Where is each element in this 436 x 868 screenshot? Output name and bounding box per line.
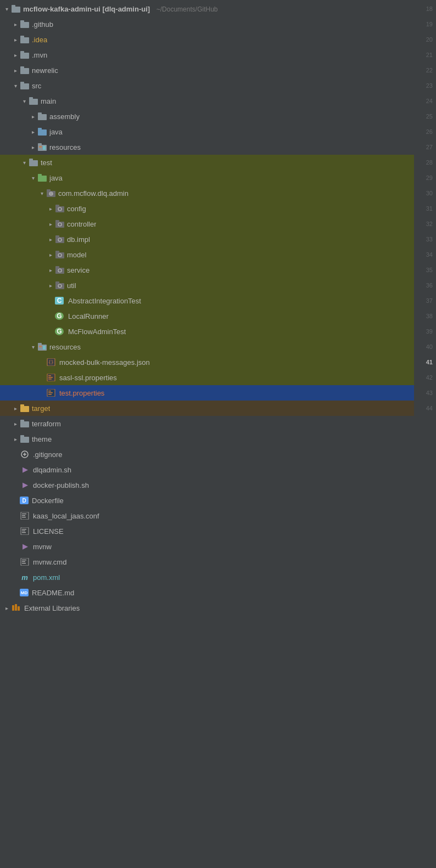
util-folder-icon: [55, 281, 65, 290]
test-arrow[interactable]: [20, 158, 29, 167]
java-main-arrow[interactable]: [29, 127, 37, 136]
line-blank9: [414, 539, 433, 554]
com-mcflow-item[interactable]: com.mcflow.dlq.admin: [0, 185, 414, 201]
service-arrow[interactable]: [46, 266, 55, 274]
dbimpl-arrow[interactable]: [46, 235, 55, 244]
test-item[interactable]: test: [0, 155, 414, 170]
controller-item[interactable]: controller: [0, 216, 414, 232]
target-item[interactable]: target: [0, 401, 414, 416]
svg-rect-50: [38, 343, 42, 345]
svg-rect-16: [38, 129, 47, 136]
line-36: 36: [414, 278, 433, 293]
gitignore-label: .gitignore: [33, 450, 62, 459]
newrelic-arrow[interactable]: [11, 66, 20, 75]
src-arrow[interactable]: [11, 81, 20, 90]
mcflow-admin-test-item[interactable]: G McFlowAdminTest: [0, 324, 414, 339]
gitignore-item[interactable]: .gitignore: [0, 447, 414, 462]
util-item[interactable]: util: [0, 278, 414, 293]
idea-item[interactable]: .idea: [0, 32, 414, 47]
model-item[interactable]: model: [0, 247, 414, 262]
local-runner-item[interactable]: G LocalRunner: [0, 308, 414, 324]
theme-item[interactable]: theme: [0, 431, 414, 447]
mcflow-admin-test-spacer: [46, 327, 55, 336]
mocked-bulk-item[interactable]: {} mocked-bulk-messages.json: [0, 354, 414, 370]
terraform-arrow[interactable]: [11, 419, 20, 428]
test-properties-label: test.properties: [59, 389, 104, 397]
external-libraries-arrow[interactable]: [2, 604, 11, 612]
line-25: 25: [414, 109, 433, 124]
config-arrow[interactable]: [46, 204, 55, 213]
dlqadmin-sh-spacer: [11, 465, 20, 474]
svg-rect-68: [20, 421, 29, 427]
util-arrow[interactable]: [46, 281, 55, 290]
com-mcflow-arrow[interactable]: [37, 189, 46, 198]
root-arrow[interactable]: [2, 4, 11, 13]
svg-rect-65: [48, 394, 52, 395]
license-item[interactable]: LICENSE: [0, 523, 414, 539]
github-arrow[interactable]: [11, 20, 20, 29]
svg-rect-76: [22, 514, 26, 514]
mvnw-cmd-item[interactable]: mvnw.cmd: [0, 554, 414, 570]
line-40: 40: [414, 339, 433, 354]
terraform-item[interactable]: terraform: [0, 416, 414, 431]
dbimpl-item[interactable]: db.impl: [0, 232, 414, 247]
config-item[interactable]: config: [0, 201, 414, 216]
dockerfile-item[interactable]: D Dockerfile: [0, 493, 414, 508]
controller-arrow[interactable]: [46, 219, 55, 228]
dlqadmin-sh-item[interactable]: ▶ dlqadmin.sh: [0, 462, 414, 477]
resources-test-item[interactable]: resources: [0, 339, 414, 354]
theme-arrow[interactable]: [11, 435, 20, 443]
java-test-item[interactable]: java: [0, 170, 414, 185]
svg-rect-84: [22, 560, 26, 560]
mvnw-label: mvnw: [33, 543, 52, 551]
java-main-label: java: [49, 128, 63, 136]
main-arrow[interactable]: [20, 97, 29, 105]
svg-rect-2: [20, 22, 29, 28]
pom-xml-item[interactable]: m pom.xml: [0, 570, 414, 585]
external-libraries-item[interactable]: External Libraries: [0, 600, 414, 616]
config-label: config: [67, 205, 86, 213]
test-properties-item[interactable]: test.properties: [0, 385, 414, 401]
svg-rect-15: [38, 112, 42, 115]
line-18: 18: [414, 1, 433, 16]
external-libraries-icon: [11, 604, 21, 612]
line-35: 35: [414, 262, 433, 278]
dlqadmin-sh-label: dlqadmin.sh: [33, 466, 71, 474]
newrelic-item[interactable]: newrelic: [0, 63, 414, 78]
mvn-arrow[interactable]: [11, 50, 20, 59]
github-folder-icon: [20, 20, 30, 29]
assembly-item[interactable]: assembly: [0, 109, 414, 124]
docker-publish-sh-icon: ▶: [20, 481, 30, 489]
service-item[interactable]: service: [0, 262, 414, 278]
mvnw-item[interactable]: ▶ mvnw: [0, 539, 414, 554]
idea-arrow[interactable]: [11, 35, 20, 44]
main-item[interactable]: main: [0, 93, 414, 109]
assembly-arrow[interactable]: [29, 112, 37, 121]
abstract-integration-item[interactable]: C AbstractIntegrationTest: [0, 293, 414, 308]
dbimpl-folder-icon: [55, 235, 65, 244]
target-arrow[interactable]: [11, 404, 20, 413]
resources-main-arrow[interactable]: [29, 143, 37, 151]
java-test-arrow[interactable]: [29, 173, 37, 182]
src-item[interactable]: src: [0, 78, 414, 93]
resources-test-arrow[interactable]: [29, 342, 37, 351]
line-27: 27: [414, 139, 433, 155]
resources-main-item[interactable]: resources: [0, 139, 414, 155]
svg-rect-85: [22, 561, 25, 562]
mvn-folder-icon: [20, 50, 30, 59]
project-name-label: mcflow-kafka-admin-ui [dlq-admin-ui] ~/D…: [23, 5, 217, 13]
target-label: target: [32, 404, 50, 413]
model-arrow[interactable]: [46, 250, 55, 259]
project-root-item[interactable]: mcflow-kafka-admin-ui [dlq-admin-ui] ~/D…: [0, 1, 414, 16]
github-item[interactable]: .github: [0, 16, 414, 32]
sasl-ssl-item[interactable]: sasl-ssl.properties: [0, 370, 414, 385]
svg-rect-32: [55, 205, 59, 207]
readme-item[interactable]: MD README.md: [0, 585, 414, 600]
kaas-conf-item[interactable]: kaas_local_jaas.conf: [0, 508, 414, 523]
line-26: 26: [414, 124, 433, 139]
external-libraries-label: External Libraries: [24, 604, 80, 612]
docker-publish-sh-item[interactable]: ▶ docker-publish.sh: [0, 477, 414, 493]
com-mcflow-folder-icon: [46, 189, 56, 198]
mvn-item[interactable]: .mvn: [0, 47, 414, 63]
java-main-item[interactable]: java: [0, 124, 414, 139]
